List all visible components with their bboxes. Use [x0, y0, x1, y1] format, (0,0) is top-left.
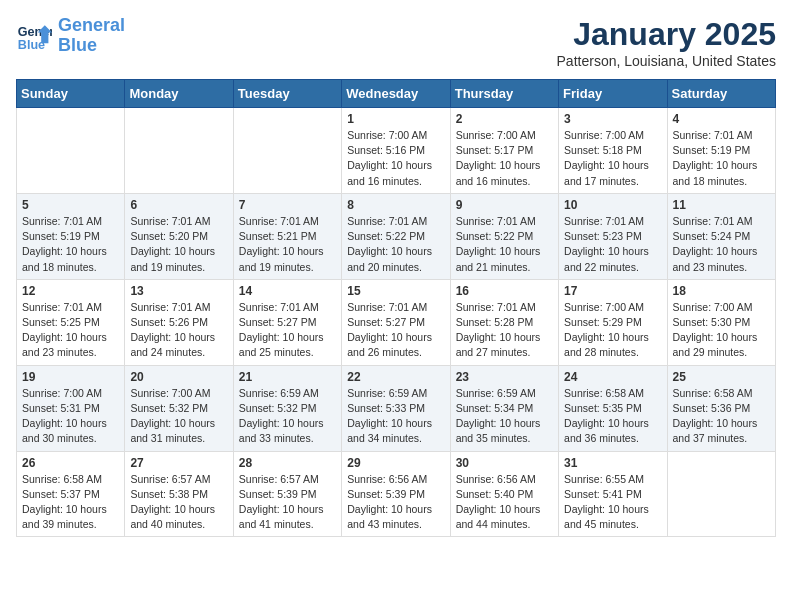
day-number: 13	[130, 284, 227, 298]
day-info: Sunrise: 7:00 AMSunset: 5:30 PMDaylight:…	[673, 300, 770, 361]
day-number: 2	[456, 112, 553, 126]
calendar-cell: 1Sunrise: 7:00 AMSunset: 5:16 PMDaylight…	[342, 108, 450, 194]
calendar-cell	[233, 108, 341, 194]
calendar-cell: 3Sunrise: 7:00 AMSunset: 5:18 PMDaylight…	[559, 108, 667, 194]
day-number: 22	[347, 370, 444, 384]
day-number: 11	[673, 198, 770, 212]
title-block: January 2025 Patterson, Louisiana, Unite…	[557, 16, 776, 69]
day-number: 19	[22, 370, 119, 384]
day-number: 3	[564, 112, 661, 126]
calendar-cell: 12Sunrise: 7:01 AMSunset: 5:25 PMDayligh…	[17, 279, 125, 365]
day-number: 20	[130, 370, 227, 384]
calendar-cell: 30Sunrise: 6:56 AMSunset: 5:40 PMDayligh…	[450, 451, 558, 537]
day-number: 18	[673, 284, 770, 298]
calendar-cell: 28Sunrise: 6:57 AMSunset: 5:39 PMDayligh…	[233, 451, 341, 537]
day-info: Sunrise: 6:55 AMSunset: 5:41 PMDaylight:…	[564, 472, 661, 533]
calendar-cell	[125, 108, 233, 194]
day-number: 6	[130, 198, 227, 212]
weekday-header-thursday: Thursday	[450, 80, 558, 108]
day-number: 17	[564, 284, 661, 298]
day-info: Sunrise: 6:57 AMSunset: 5:38 PMDaylight:…	[130, 472, 227, 533]
day-info: Sunrise: 7:01 AMSunset: 5:23 PMDaylight:…	[564, 214, 661, 275]
day-info: Sunrise: 7:00 AMSunset: 5:29 PMDaylight:…	[564, 300, 661, 361]
calendar-cell: 22Sunrise: 6:59 AMSunset: 5:33 PMDayligh…	[342, 365, 450, 451]
calendar-cell: 4Sunrise: 7:01 AMSunset: 5:19 PMDaylight…	[667, 108, 775, 194]
calendar-cell: 2Sunrise: 7:00 AMSunset: 5:17 PMDaylight…	[450, 108, 558, 194]
calendar-cell: 8Sunrise: 7:01 AMSunset: 5:22 PMDaylight…	[342, 193, 450, 279]
calendar-cell: 7Sunrise: 7:01 AMSunset: 5:21 PMDaylight…	[233, 193, 341, 279]
calendar-cell: 17Sunrise: 7:00 AMSunset: 5:29 PMDayligh…	[559, 279, 667, 365]
day-info: Sunrise: 7:01 AMSunset: 5:27 PMDaylight:…	[239, 300, 336, 361]
day-number: 15	[347, 284, 444, 298]
day-number: 10	[564, 198, 661, 212]
calendar-cell: 19Sunrise: 7:00 AMSunset: 5:31 PMDayligh…	[17, 365, 125, 451]
day-info: Sunrise: 7:01 AMSunset: 5:20 PMDaylight:…	[130, 214, 227, 275]
calendar-cell	[17, 108, 125, 194]
day-info: Sunrise: 7:00 AMSunset: 5:32 PMDaylight:…	[130, 386, 227, 447]
week-row-3: 12Sunrise: 7:01 AMSunset: 5:25 PMDayligh…	[17, 279, 776, 365]
day-number: 9	[456, 198, 553, 212]
day-number: 5	[22, 198, 119, 212]
day-info: Sunrise: 7:01 AMSunset: 5:19 PMDaylight:…	[673, 128, 770, 189]
day-number: 14	[239, 284, 336, 298]
calendar-cell	[667, 451, 775, 537]
day-number: 1	[347, 112, 444, 126]
calendar-cell: 24Sunrise: 6:58 AMSunset: 5:35 PMDayligh…	[559, 365, 667, 451]
calendar-cell: 16Sunrise: 7:01 AMSunset: 5:28 PMDayligh…	[450, 279, 558, 365]
logo: General Blue General Blue	[16, 16, 125, 56]
day-info: Sunrise: 7:01 AMSunset: 5:26 PMDaylight:…	[130, 300, 227, 361]
day-info: Sunrise: 7:01 AMSunset: 5:24 PMDaylight:…	[673, 214, 770, 275]
week-row-1: 1Sunrise: 7:00 AMSunset: 5:16 PMDaylight…	[17, 108, 776, 194]
day-number: 12	[22, 284, 119, 298]
svg-text:Blue: Blue	[18, 37, 45, 51]
day-info: Sunrise: 7:01 AMSunset: 5:22 PMDaylight:…	[456, 214, 553, 275]
month-title: January 2025	[557, 16, 776, 53]
page-header: General Blue General Blue January 2025 P…	[16, 16, 776, 69]
calendar-table: SundayMondayTuesdayWednesdayThursdayFrid…	[16, 79, 776, 537]
day-info: Sunrise: 6:56 AMSunset: 5:39 PMDaylight:…	[347, 472, 444, 533]
day-number: 28	[239, 456, 336, 470]
logo-icon: General Blue	[16, 18, 52, 54]
day-info: Sunrise: 7:00 AMSunset: 5:18 PMDaylight:…	[564, 128, 661, 189]
calendar-cell: 10Sunrise: 7:01 AMSunset: 5:23 PMDayligh…	[559, 193, 667, 279]
calendar-cell: 25Sunrise: 6:58 AMSunset: 5:36 PMDayligh…	[667, 365, 775, 451]
calendar-cell: 11Sunrise: 7:01 AMSunset: 5:24 PMDayligh…	[667, 193, 775, 279]
logo-line2: Blue	[58, 35, 97, 55]
day-number: 27	[130, 456, 227, 470]
week-row-2: 5Sunrise: 7:01 AMSunset: 5:19 PMDaylight…	[17, 193, 776, 279]
day-info: Sunrise: 7:00 AMSunset: 5:17 PMDaylight:…	[456, 128, 553, 189]
calendar-cell: 13Sunrise: 7:01 AMSunset: 5:26 PMDayligh…	[125, 279, 233, 365]
day-info: Sunrise: 6:56 AMSunset: 5:40 PMDaylight:…	[456, 472, 553, 533]
weekday-header-monday: Monday	[125, 80, 233, 108]
weekday-header-sunday: Sunday	[17, 80, 125, 108]
day-info: Sunrise: 7:01 AMSunset: 5:19 PMDaylight:…	[22, 214, 119, 275]
day-info: Sunrise: 6:58 AMSunset: 5:37 PMDaylight:…	[22, 472, 119, 533]
location: Patterson, Louisiana, United States	[557, 53, 776, 69]
day-info: Sunrise: 6:58 AMSunset: 5:35 PMDaylight:…	[564, 386, 661, 447]
day-info: Sunrise: 6:58 AMSunset: 5:36 PMDaylight:…	[673, 386, 770, 447]
weekday-header-row: SundayMondayTuesdayWednesdayThursdayFrid…	[17, 80, 776, 108]
calendar-cell: 29Sunrise: 6:56 AMSunset: 5:39 PMDayligh…	[342, 451, 450, 537]
day-number: 24	[564, 370, 661, 384]
day-number: 30	[456, 456, 553, 470]
day-info: Sunrise: 6:59 AMSunset: 5:32 PMDaylight:…	[239, 386, 336, 447]
logo-line1: General	[58, 15, 125, 35]
day-number: 29	[347, 456, 444, 470]
day-info: Sunrise: 6:57 AMSunset: 5:39 PMDaylight:…	[239, 472, 336, 533]
calendar-cell: 14Sunrise: 7:01 AMSunset: 5:27 PMDayligh…	[233, 279, 341, 365]
calendar-cell: 6Sunrise: 7:01 AMSunset: 5:20 PMDaylight…	[125, 193, 233, 279]
day-info: Sunrise: 7:00 AMSunset: 5:16 PMDaylight:…	[347, 128, 444, 189]
calendar-cell: 5Sunrise: 7:01 AMSunset: 5:19 PMDaylight…	[17, 193, 125, 279]
weekday-header-tuesday: Tuesday	[233, 80, 341, 108]
day-info: Sunrise: 7:01 AMSunset: 5:27 PMDaylight:…	[347, 300, 444, 361]
calendar-cell: 23Sunrise: 6:59 AMSunset: 5:34 PMDayligh…	[450, 365, 558, 451]
day-info: Sunrise: 7:01 AMSunset: 5:28 PMDaylight:…	[456, 300, 553, 361]
day-info: Sunrise: 6:59 AMSunset: 5:33 PMDaylight:…	[347, 386, 444, 447]
weekday-header-saturday: Saturday	[667, 80, 775, 108]
day-number: 21	[239, 370, 336, 384]
calendar-cell: 27Sunrise: 6:57 AMSunset: 5:38 PMDayligh…	[125, 451, 233, 537]
logo-text: General Blue	[58, 16, 125, 56]
day-info: Sunrise: 6:59 AMSunset: 5:34 PMDaylight:…	[456, 386, 553, 447]
day-info: Sunrise: 7:01 AMSunset: 5:25 PMDaylight:…	[22, 300, 119, 361]
calendar-cell: 26Sunrise: 6:58 AMSunset: 5:37 PMDayligh…	[17, 451, 125, 537]
